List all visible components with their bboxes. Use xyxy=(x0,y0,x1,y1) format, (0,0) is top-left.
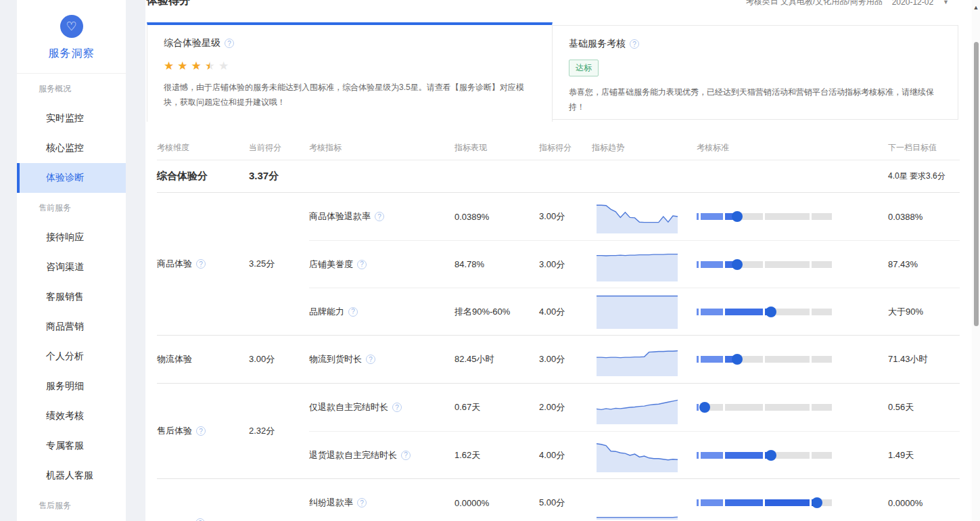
indicator-performance: 0.67天 xyxy=(454,401,539,413)
bar-segment xyxy=(765,404,810,411)
table-row: 商品体验退款率?0.0389%3.00分0.0388% xyxy=(309,193,960,240)
sidebar-section-label: 服务概况 xyxy=(17,74,126,104)
star-card-title: 综合体验星级 xyxy=(164,37,220,49)
assessment-standard-bar xyxy=(697,307,832,317)
assessment-standard-cell xyxy=(697,497,888,508)
indicator-performance: 0.0000% xyxy=(454,498,539,508)
star-icon: ★ xyxy=(177,60,187,72)
table-header-row: 考核维度当前得分考核指标指标表现指标得分指标趋势考核标准下一档目标值 xyxy=(157,135,960,160)
indicator-label-text: 品牌能力 xyxy=(309,306,344,318)
tab-basic-service-card[interactable]: 基础服务考核 ? 达标 恭喜您，店铺基础服务能力表现优秀，已经达到天猫营销活动和… xyxy=(553,25,958,120)
trend-sparkline xyxy=(597,390,678,424)
sidebar-item-客服销售[interactable]: 客服销售 xyxy=(17,282,126,312)
trend-sparkline xyxy=(597,342,678,376)
bar-segment xyxy=(701,213,723,220)
dimension-label: 售后体验? xyxy=(157,425,249,437)
sidebar-item-接待响应[interactable]: 接待响应 xyxy=(17,223,126,252)
bar-fill xyxy=(701,309,723,315)
vertical-scrollbar[interactable]: ▲ xyxy=(972,0,980,521)
bar-segment xyxy=(701,309,723,315)
tab-star-rating-card[interactable]: 综合体验星级 ? ★★★★★ 很遗憾，由于店铺体验的服务未能达到入围标准，综合体… xyxy=(147,22,553,122)
help-icon[interactable]: ? xyxy=(195,518,205,521)
help-icon[interactable]: ? xyxy=(401,451,411,460)
sidebar-item-商品营销[interactable]: 商品营销 xyxy=(17,312,126,342)
bar-fill xyxy=(697,452,699,459)
sidebar-item-咨询渠道[interactable]: 咨询渠道 xyxy=(17,252,126,282)
score-table: 考核维度当前得分考核指标指标表现指标得分指标趋势考核标准下一档目标值 综合体验分… xyxy=(147,135,960,521)
bar-segment xyxy=(725,404,763,411)
sidebar-item-绩效考核[interactable]: 绩效考核 xyxy=(17,401,126,431)
assess-date: 2020-12-02 xyxy=(892,0,933,7)
indicator-label-text: 物流到货时长 xyxy=(309,353,362,365)
indicator-score: 3.00分 xyxy=(539,210,592,223)
dimension-label: 商品体验? xyxy=(157,258,249,270)
scrollbar-thumb[interactable] xyxy=(974,42,979,326)
help-icon[interactable]: ? xyxy=(225,39,234,48)
indicator-trend-cell xyxy=(592,390,697,424)
bar-fill xyxy=(765,499,810,506)
indicator-trend-cell xyxy=(592,342,697,376)
help-icon[interactable]: ? xyxy=(392,403,402,412)
sidebar-item-服务明细[interactable]: 服务明细 xyxy=(17,371,126,401)
dimension-group: ?纠纷退款率?0.0000%5.00分0.0000% xyxy=(157,479,960,521)
page-title: 体验得分 xyxy=(147,0,190,8)
indicator-trend-cell xyxy=(592,295,697,329)
help-icon[interactable]: ? xyxy=(630,39,639,49)
trend-sparkline xyxy=(597,248,678,281)
help-icon[interactable]: ? xyxy=(375,212,384,221)
bar-fill xyxy=(697,404,699,411)
help-icon[interactable]: ? xyxy=(366,355,375,364)
help-icon[interactable]: ? xyxy=(357,260,367,269)
bar-segment xyxy=(725,356,763,363)
indicator-trend-cell xyxy=(592,438,697,472)
column-header: 指标趋势 xyxy=(592,142,697,154)
main-content: 体验得分 考核类目 文具电教/文化用品/商务用品 2020-12-02 ▼ 综合… xyxy=(145,0,972,521)
bar-segment xyxy=(701,452,723,459)
indicator-label: 仅退款自主完结时长? xyxy=(309,401,454,413)
sidebar-item-个人分析[interactable]: 个人分析 xyxy=(17,342,126,371)
trend-sparkline xyxy=(597,486,678,520)
indicator-rows: 商品体验退款率?0.0389%3.00分0.0388%店铺美誉度?84.78%3… xyxy=(309,193,960,335)
next-target-value: 0.56天 xyxy=(888,401,960,413)
assessment-standard-bar xyxy=(697,354,832,365)
dimension-cell: ? xyxy=(157,479,309,521)
sidebar-item-专属客服[interactable]: 专属客服 xyxy=(17,431,126,461)
sidebar-item-机器人客服[interactable]: 机器人客服 xyxy=(17,461,126,491)
star-card-desc: 很遗憾，由于店铺体验的服务未能达到入围标准，综合体验星级为3.5星。请查看【服务… xyxy=(164,80,536,110)
indicator-label-text: 退货退款自主完结时长 xyxy=(309,449,397,461)
bar-marker-dot xyxy=(699,402,710,413)
dimension-label-text: 商品体验 xyxy=(157,258,192,270)
category-filter[interactable]: 考核类目 文具电教/文化用品/商务用品 2020-12-02 ▼ xyxy=(746,0,949,7)
indicator-label-text: 仅退款自主完结时长 xyxy=(309,401,388,413)
help-icon[interactable]: ? xyxy=(196,259,206,269)
star-icon: ★ xyxy=(218,60,229,72)
bar-marker-dot xyxy=(812,497,822,508)
sidebar-item-核心监控[interactable]: 核心监控 xyxy=(17,133,126,163)
bar-segment xyxy=(812,356,832,363)
bar-segment xyxy=(697,213,699,220)
bar-marker-dot xyxy=(732,354,743,365)
indicator-label: 店铺美誉度? xyxy=(309,258,454,271)
help-icon[interactable]: ? xyxy=(348,307,358,317)
bar-segment xyxy=(701,499,723,506)
table-body: 商品体验?3.25分商品体验退款率?0.0389%3.00分0.0388%店铺美… xyxy=(157,193,960,521)
bar-segment xyxy=(725,213,763,220)
next-target-value: 0.0388% xyxy=(888,212,960,222)
column-header: 指标表现 xyxy=(454,142,539,154)
assessment-standard-cell xyxy=(697,259,888,270)
bar-fill xyxy=(725,309,763,315)
column-header: 指标得分 xyxy=(539,142,592,154)
help-icon[interactable]: ? xyxy=(196,426,206,436)
help-icon[interactable]: ? xyxy=(357,498,367,507)
assessment-standard-cell xyxy=(697,402,888,413)
scroll-up-icon[interactable]: ▲ xyxy=(973,4,979,11)
indicator-label: 商品体验退款率? xyxy=(309,210,454,223)
sidebar-item-体验诊断[interactable]: 体验诊断 xyxy=(17,163,126,193)
sidebar-item-实时监控[interactable]: 实时监控 xyxy=(17,104,126,133)
bar-fill xyxy=(701,356,723,363)
summary-cards: 综合体验星级 ? ★★★★★ 很遗憾，由于店铺体验的服务未能达到入围标准，综合体… xyxy=(147,22,958,122)
dimension-score: 3.00分 xyxy=(249,353,309,365)
dimension-label: 物流体验 xyxy=(157,353,249,365)
bar-segment xyxy=(697,452,699,459)
column-header: 考核指标 xyxy=(309,142,454,154)
